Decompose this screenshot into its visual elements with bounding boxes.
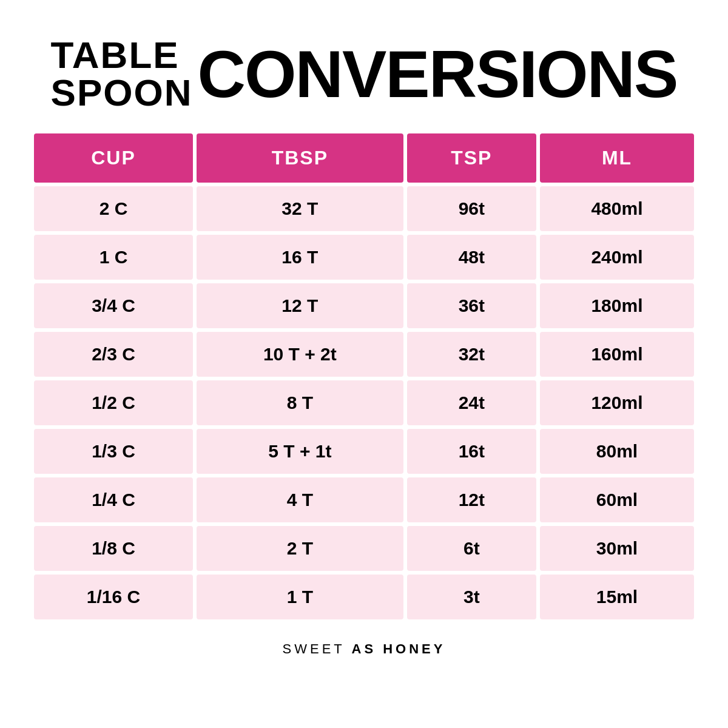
- cell-r6-c2: 12t: [407, 477, 536, 522]
- table-row: 1/16 C1 T3t15ml: [34, 575, 694, 619]
- cell-r1-c2: 48t: [407, 235, 536, 280]
- table-row: 2/3 C10 T + 2t32t160ml: [34, 332, 694, 377]
- table-row: 1/3 C5 T + 1t16t80ml: [34, 429, 694, 474]
- header-cup: CUP: [34, 133, 193, 183]
- cell-r1-c1: 16 T: [197, 235, 403, 280]
- cell-r4-c3: 120ml: [540, 380, 694, 425]
- cell-r8-c1: 1 T: [197, 575, 403, 619]
- cell-r7-c1: 2 T: [197, 526, 403, 571]
- footer-text-normal: SWEET: [283, 641, 352, 656]
- cell-r8-c3: 15ml: [540, 575, 694, 619]
- footer: SWEET AS HONEY: [283, 641, 446, 657]
- cell-r7-c2: 6t: [407, 526, 536, 571]
- title-area: TABLE SPOON CONVERSIONS: [51, 36, 678, 112]
- title-conversions: CONVERSIONS: [198, 41, 678, 107]
- header-row: CUP TBSP TSP ML: [34, 133, 694, 183]
- cell-r0-c0: 2 C: [34, 186, 193, 231]
- table-row: 1/4 C4 T12t60ml: [34, 477, 694, 522]
- cell-r8-c0: 1/16 C: [34, 575, 193, 619]
- header-ml: ML: [540, 133, 694, 183]
- cell-r3-c0: 2/3 C: [34, 332, 193, 377]
- table-row: 1 C16 T48t240ml: [34, 235, 694, 280]
- cell-r8-c2: 3t: [407, 575, 536, 619]
- cell-r3-c3: 160ml: [540, 332, 694, 377]
- cell-r5-c3: 80ml: [540, 429, 694, 474]
- cell-r7-c3: 30ml: [540, 526, 694, 571]
- cell-r1-c0: 1 C: [34, 235, 193, 280]
- cell-r4-c2: 24t: [407, 380, 536, 425]
- cell-r6-c1: 4 T: [197, 477, 403, 522]
- cell-r3-c1: 10 T + 2t: [197, 332, 403, 377]
- cell-r3-c2: 32t: [407, 332, 536, 377]
- header-tsp: TSP: [407, 133, 536, 183]
- title-spoon: SPOON: [51, 74, 193, 112]
- cell-r6-c3: 60ml: [540, 477, 694, 522]
- table-row: 1/8 C2 T6t30ml: [34, 526, 694, 571]
- footer-text-bold: AS HONEY: [352, 641, 446, 656]
- cell-r0-c1: 32 T: [197, 186, 403, 231]
- table-body: 2 C32 T96t480ml1 C16 T48t240ml3/4 C12 T3…: [34, 186, 694, 619]
- cell-r6-c0: 1/4 C: [34, 477, 193, 522]
- cell-r2-c1: 12 T: [197, 283, 403, 328]
- table-row: 2 C32 T96t480ml: [34, 186, 694, 231]
- table-header: CUP TBSP TSP ML: [34, 133, 694, 183]
- cell-r1-c3: 240ml: [540, 235, 694, 280]
- table-row: 1/2 C8 T24t120ml: [34, 380, 694, 425]
- cell-r2-c2: 36t: [407, 283, 536, 328]
- title-left: TABLE SPOON: [51, 36, 193, 112]
- cell-r2-c3: 180ml: [540, 283, 694, 328]
- cell-r5-c2: 16t: [407, 429, 536, 474]
- cell-r5-c1: 5 T + 1t: [197, 429, 403, 474]
- table-row: 3/4 C12 T36t180ml: [34, 283, 694, 328]
- cell-r4-c1: 8 T: [197, 380, 403, 425]
- cell-r0-c3: 480ml: [540, 186, 694, 231]
- cell-r5-c0: 1/3 C: [34, 429, 193, 474]
- conversion-table: CUP TBSP TSP ML 2 C32 T96t480ml1 C16 T48…: [30, 130, 698, 623]
- cell-r2-c0: 3/4 C: [34, 283, 193, 328]
- title-table: TABLE: [51, 36, 180, 74]
- page-wrapper: TABLE SPOON CONVERSIONS CUP TBSP TSP ML …: [30, 0, 698, 657]
- cell-r0-c2: 96t: [407, 186, 536, 231]
- header-tbsp: TBSP: [197, 133, 403, 183]
- cell-r7-c0: 1/8 C: [34, 526, 193, 571]
- cell-r4-c0: 1/2 C: [34, 380, 193, 425]
